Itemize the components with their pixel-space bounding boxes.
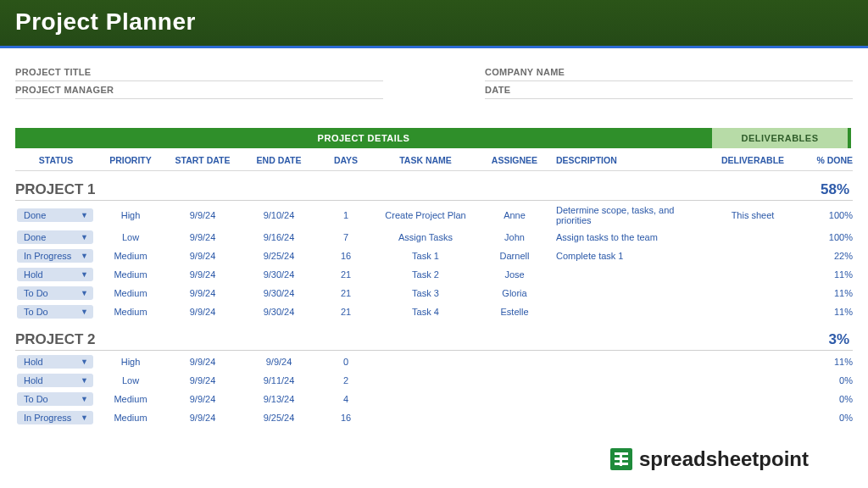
description-cell[interactable]: Assign tasks to the team xyxy=(553,232,712,242)
pct-done-cell[interactable]: 100% xyxy=(793,210,853,220)
status-cell: Hold▼ xyxy=(15,268,97,281)
task-row: Done▼High9/9/249/10/241Create Project Pl… xyxy=(15,202,853,228)
task-name-cell[interactable]: Assign Tasks xyxy=(375,232,476,242)
assignee-cell[interactable]: John xyxy=(476,232,553,242)
description-cell[interactable]: Complete task 1 xyxy=(553,251,712,261)
status-label: In Progress xyxy=(24,413,71,423)
spreadsheet-icon xyxy=(610,448,632,470)
pct-done-cell[interactable]: 11% xyxy=(793,357,853,367)
priority-cell[interactable]: High xyxy=(97,357,164,367)
status-cell: In Progress▼ xyxy=(15,411,97,424)
task-name-cell[interactable]: Task 1 xyxy=(375,251,476,261)
end-date-cell[interactable]: 9/25/24 xyxy=(241,413,317,423)
priority-cell[interactable]: Low xyxy=(97,375,164,385)
start-date-cell[interactable]: 9/9/24 xyxy=(164,251,241,261)
section-bands: PROJECT DETAILS DELIVERABLES xyxy=(15,128,853,148)
chevron-down-icon: ▼ xyxy=(81,358,88,366)
priority-cell[interactable]: Low xyxy=(97,232,164,242)
status-dropdown[interactable]: In Progress▼ xyxy=(17,411,93,424)
assignee-cell[interactable]: Gloria xyxy=(476,288,553,298)
pct-done-cell[interactable]: 11% xyxy=(793,288,853,298)
priority-cell[interactable]: Medium xyxy=(97,251,164,261)
start-date-cell[interactable]: 9/9/24 xyxy=(164,210,241,220)
priority-cell[interactable]: Medium xyxy=(97,288,164,298)
task-row: Hold▼High9/9/249/9/24011% xyxy=(15,352,853,371)
days-cell[interactable]: 7 xyxy=(317,232,375,242)
task-name-cell[interactable]: Task 3 xyxy=(375,288,476,298)
status-cell: Hold▼ xyxy=(15,355,97,369)
priority-cell[interactable]: Medium xyxy=(97,307,164,317)
days-cell[interactable]: 0 xyxy=(317,357,375,367)
start-date-cell[interactable]: 9/9/24 xyxy=(164,269,241,280)
priority-cell[interactable]: High xyxy=(97,210,164,220)
end-date-cell[interactable]: 9/13/24 xyxy=(241,394,317,404)
days-cell[interactable]: 2 xyxy=(317,375,375,385)
status-dropdown[interactable]: Hold▼ xyxy=(17,374,93,387)
col-task-name: TASK NAME xyxy=(375,155,476,165)
assignee-cell[interactable]: Anne xyxy=(476,210,553,220)
status-dropdown[interactable]: In Progress▼ xyxy=(17,249,93,263)
assignee-cell[interactable]: Darnell xyxy=(476,251,553,261)
start-date-cell[interactable]: 9/9/24 xyxy=(164,232,241,242)
priority-cell[interactable]: Medium xyxy=(97,269,164,280)
pct-done-cell[interactable]: 11% xyxy=(793,307,853,317)
start-date-cell[interactable]: 9/9/24 xyxy=(164,394,241,404)
status-dropdown[interactable]: Hold▼ xyxy=(17,268,93,281)
end-date-cell[interactable]: 9/11/24 xyxy=(241,375,317,385)
end-date-cell[interactable]: 9/16/24 xyxy=(241,232,317,242)
status-label: To Do xyxy=(24,288,48,298)
start-date-cell[interactable]: 9/9/24 xyxy=(164,413,241,423)
project-pct-done: 58% xyxy=(821,181,853,198)
pct-done-cell[interactable]: 0% xyxy=(793,413,853,423)
days-cell[interactable]: 4 xyxy=(317,394,375,404)
end-date-cell[interactable]: 9/9/24 xyxy=(241,357,317,367)
assignee-cell[interactable]: Jose xyxy=(476,269,553,280)
assignee-cell[interactable]: Estelle xyxy=(476,307,553,317)
days-cell[interactable]: 21 xyxy=(317,288,375,298)
meta-section: PROJECT TITLEPROJECT MANAGER COMPANY NAM… xyxy=(0,48,868,104)
pct-done-cell[interactable]: 0% xyxy=(793,394,853,404)
days-cell[interactable]: 1 xyxy=(317,210,375,220)
page-title: Project Planner xyxy=(15,8,853,36)
task-row: Hold▼Medium9/9/249/30/2421Task 2Jose11% xyxy=(15,265,853,284)
end-date-cell[interactable]: 9/25/24 xyxy=(241,251,317,261)
status-dropdown[interactable]: To Do▼ xyxy=(17,392,93,406)
days-cell[interactable]: 16 xyxy=(317,413,375,423)
description-cell[interactable]: Determine scope, tasks, and priorities xyxy=(553,205,712,225)
col-pct-done: % DONE xyxy=(793,155,853,165)
start-date-cell[interactable]: 9/9/24 xyxy=(164,357,241,367)
priority-cell[interactable]: Medium xyxy=(97,413,164,423)
meta-label: COMPANY NAME xyxy=(485,67,620,77)
start-date-cell[interactable]: 9/9/24 xyxy=(164,307,241,317)
meta-right-column: COMPANY NAMEDATE xyxy=(485,64,853,99)
status-label: Hold xyxy=(24,269,43,280)
end-date-cell[interactable]: 9/30/24 xyxy=(241,288,317,298)
status-dropdown[interactable]: To Do▼ xyxy=(17,286,93,300)
end-date-cell[interactable]: 9/30/24 xyxy=(241,307,317,317)
status-dropdown[interactable]: To Do▼ xyxy=(17,305,93,319)
end-date-cell[interactable]: 9/10/24 xyxy=(241,210,317,220)
status-dropdown[interactable]: Done▼ xyxy=(17,230,93,244)
start-date-cell[interactable]: 9/9/24 xyxy=(164,288,241,298)
days-cell[interactable]: 21 xyxy=(317,269,375,280)
days-cell[interactable]: 21 xyxy=(317,307,375,317)
pct-done-cell[interactable]: 11% xyxy=(793,269,853,280)
priority-cell[interactable]: Medium xyxy=(97,394,164,404)
task-name-cell[interactable]: Create Project Plan xyxy=(375,210,476,220)
end-date-cell[interactable]: 9/30/24 xyxy=(241,269,317,280)
pct-done-cell[interactable]: 100% xyxy=(793,232,853,242)
status-dropdown[interactable]: Done▼ xyxy=(17,208,93,222)
task-name-cell[interactable]: Task 4 xyxy=(375,307,476,317)
status-dropdown[interactable]: Hold▼ xyxy=(17,355,93,369)
pct-done-cell[interactable]: 22% xyxy=(793,251,853,261)
deliverable-cell[interactable]: This sheet xyxy=(712,210,793,220)
status-cell: To Do▼ xyxy=(15,286,97,300)
chevron-down-icon: ▼ xyxy=(81,289,88,297)
watermark-text: spreadsheetpoint xyxy=(639,447,809,471)
task-name-cell[interactable]: Task 2 xyxy=(375,269,476,280)
pct-done-cell[interactable]: 0% xyxy=(793,375,853,385)
start-date-cell[interactable]: 9/9/24 xyxy=(164,375,241,385)
task-row: To Do▼Medium9/9/249/30/2421Task 4Estelle… xyxy=(15,302,853,321)
meta-row: DATE xyxy=(485,81,853,99)
days-cell[interactable]: 16 xyxy=(317,251,375,261)
